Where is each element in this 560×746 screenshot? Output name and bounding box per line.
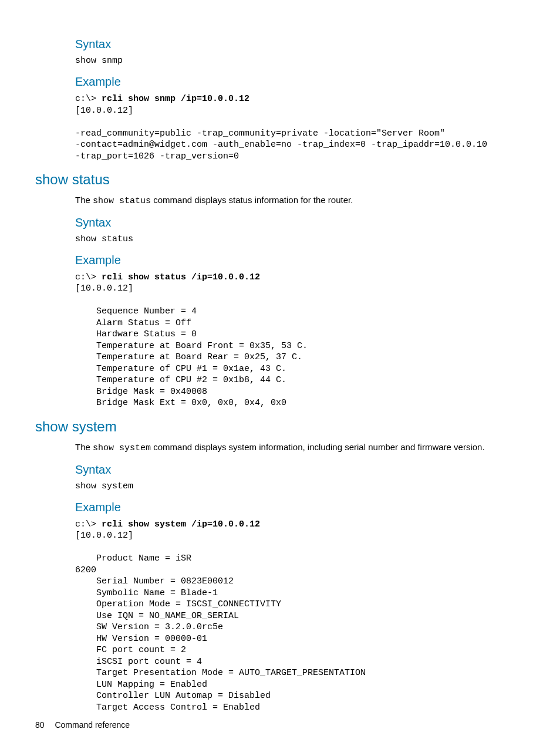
- syntax-show-system: show system: [75, 481, 531, 491]
- desc-mono: show status: [93, 196, 151, 206]
- example-output: [10.0.0.12] Product Name = iSR 6200 Seri…: [75, 531, 366, 713]
- example-show-status: c:\> rcli show status /ip=10.0.0.12 [10.…: [75, 272, 531, 409]
- heading-syntax: Syntax: [75, 216, 531, 229]
- desc-post: command displays system information, inc…: [151, 442, 485, 452]
- heading-show-status: show status: [35, 171, 531, 188]
- heading-example: Example: [75, 254, 531, 267]
- desc-mono: show system: [93, 443, 151, 453]
- example-show-snmp: c:\> rcli show snmp /ip=10.0.0.12 [10.0.…: [75, 93, 531, 162]
- footer-section: Command reference: [55, 720, 130, 730]
- heading-example: Example: [75, 501, 531, 514]
- example-show-system: c:\> rcli show system /ip=10.0.0.12 [10.…: [75, 519, 531, 714]
- desc-show-system: The show system command displays system …: [75, 441, 531, 455]
- desc-show-status: The show status command displays status …: [75, 194, 531, 208]
- prompt: c:\>: [75, 94, 102, 104]
- prompt: c:\>: [75, 272, 102, 282]
- example-output: [10.0.0.12] -read_community=public -trap…: [75, 106, 487, 161]
- heading-example: Example: [75, 75, 531, 89]
- syntax-show-status: show status: [75, 234, 531, 244]
- page-number: 80: [35, 720, 45, 730]
- desc-post: command displays status information for …: [151, 195, 353, 205]
- command-bold: rcli show system /ip=10.0.0.12: [102, 519, 260, 529]
- syntax-show-snmp: show snmp: [75, 56, 531, 66]
- heading-show-system: show system: [35, 418, 531, 435]
- command-bold: rcli show snmp /ip=10.0.0.12: [102, 94, 249, 104]
- example-output: [10.0.0.12] Sequence Number = 4 Alarm St…: [75, 283, 308, 408]
- heading-syntax: Syntax: [75, 38, 531, 51]
- heading-syntax: Syntax: [75, 463, 531, 477]
- desc-pre: The: [75, 195, 93, 205]
- page-footer: 80 Command reference: [35, 720, 130, 730]
- desc-pre: The: [75, 442, 93, 452]
- prompt: c:\>: [75, 519, 102, 529]
- command-bold: rcli show status /ip=10.0.0.12: [102, 272, 260, 282]
